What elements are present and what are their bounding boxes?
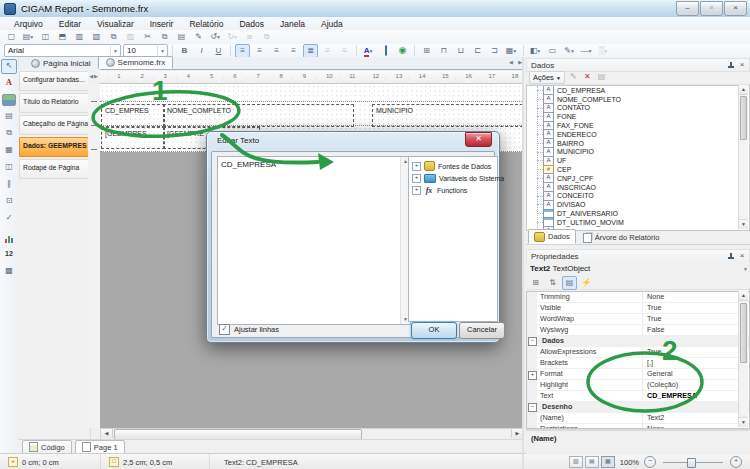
valign-bottom-button[interactable]: ≡ [337, 44, 352, 58]
property-value[interactable]: True [643, 314, 749, 324]
border-bottom-button[interactable]: ⊔ [453, 44, 468, 58]
tab-dados[interactable]: Dados [528, 229, 576, 244]
data-field-municipio[interactable]: AMUNICIPIO [527, 148, 749, 157]
band-dados-geempres[interactable]: Dados: GEEMPRES [19, 137, 89, 157]
zoom-out-button[interactable]: − [644, 456, 656, 468]
delete-field-icon[interactable]: ✕ [582, 72, 593, 83]
frame-button[interactable]: ▭ [545, 44, 560, 58]
edit-field-icon[interactable]: ✎ [568, 72, 579, 83]
data-field-cd-empresa[interactable]: ACD_EMPRESA [527, 86, 749, 95]
property-trimming[interactable]: TrimmingNone [527, 292, 749, 303]
property-value[interactable]: [,] [643, 358, 749, 368]
font-color-button[interactable]: A▼ [361, 44, 376, 58]
menu-inserir[interactable]: Inserir [142, 18, 182, 30]
property-wordwrap[interactable]: WordWrapTrue [527, 314, 749, 325]
copy-page-icon[interactable]: ⧉ [106, 30, 121, 44]
add-page-icon[interactable]: ▧ [89, 30, 104, 44]
field-cd-empres[interactable]: CD_EMPRES [101, 104, 165, 127]
collapse-icon[interactable]: − [528, 403, 537, 412]
view-facing-icon[interactable]: ▦ [601, 456, 615, 468]
property-value[interactable]: CD_EMPRESA [643, 391, 749, 401]
data-field-dt-aniversario[interactable]: DT_ANIVERSARIO [527, 209, 749, 218]
alphabetical-sort-icon[interactable]: ⇅ [545, 276, 560, 290]
tab-page1[interactable]: Page 1 [75, 440, 125, 454]
property-wysiwyg[interactable]: WysiwygFalse [527, 325, 749, 336]
pen-button[interactable]: ✎▼ [562, 44, 577, 58]
property-category-desenho[interactable]: −Desenho [527, 402, 749, 413]
property-value[interactable]: Text2 [643, 413, 749, 423]
acoes-button[interactable]: Ações ▼ [529, 71, 565, 84]
zoom-slider[interactable] [661, 457, 725, 467]
bold-button[interactable]: B [177, 44, 192, 58]
scrollbar-thumb[interactable] [740, 303, 747, 363]
expand-plus-icon[interactable]: + [412, 174, 421, 183]
ok-button[interactable]: OK [411, 322, 457, 339]
group-icon[interactable]: ⧈ [242, 30, 257, 44]
zoom-in-button[interactable]: + [730, 456, 742, 468]
restore-button[interactable]: ▫ [700, 1, 723, 16]
new-report-icon[interactable]: ▢ [4, 30, 19, 44]
align-right-button[interactable]: ≡ [269, 44, 284, 58]
band-cabecalho-de-pagina[interactable]: Cabeçalho de Página [19, 115, 89, 135]
menu-arquivo[interactable]: Arquivo [6, 18, 51, 30]
tree-item-functions[interactable]: +fxFunctions [412, 184, 497, 196]
dialog-close-button[interactable]: ✕ [465, 132, 492, 147]
view-continuous-icon[interactable]: ▤ [585, 456, 599, 468]
property-value[interactable]: (Coleção) [643, 380, 749, 390]
copy-icon[interactable]: ⧉ [157, 30, 172, 44]
scroll-down-icon[interactable]: ▼ [739, 417, 748, 427]
close-panel-icon[interactable]: × [737, 252, 747, 261]
align-left-button[interactable]: ≡ [235, 44, 250, 58]
data-field-cnpj-cpf[interactable]: ACNPJ_CPF [527, 174, 749, 183]
property-value[interactable]: False [643, 325, 749, 335]
property-value[interactable]: True [643, 347, 749, 357]
data-field-inscricao[interactable]: AINSCRICAO [527, 183, 749, 192]
tab-arvore-relatorio[interactable]: Árvore do Relatório [578, 231, 665, 244]
collapse-icon[interactable]: − [528, 337, 537, 346]
band-rodape-de-pagina[interactable]: Rodapé de Página [19, 159, 89, 179]
tree-item-variaveis-do-sistema[interactable]: +Variáveis do Sistema [412, 172, 497, 184]
chart-tool[interactable] [0, 228, 19, 245]
valign-top-button[interactable]: ≡ [320, 44, 335, 58]
page-setup-icon[interactable]: ▥ [72, 30, 87, 44]
scroll-down-icon[interactable]: ▼ [739, 219, 748, 229]
italic-button[interactable]: I [194, 44, 209, 58]
band-configurar-bandas[interactable]: Configurar bandas... [19, 71, 89, 91]
data-field-bairro[interactable]: ABAIRRO [527, 139, 749, 148]
shape-tool[interactable]: ⧉ [1, 126, 17, 141]
align-justify-button[interactable]: ≡ [286, 44, 301, 58]
menu-janela[interactable]: Janela [272, 18, 313, 30]
band-titulo-do-relatorio[interactable]: Título do Relatório [19, 93, 89, 113]
tree-item-fontes-de-dados[interactable]: +Fontes de Dados [412, 160, 497, 172]
menu-visualizar[interactable]: Visualizar [89, 18, 142, 30]
expand-plus-icon[interactable]: + [412, 186, 421, 195]
field-nome-completo[interactable]: NOME_COMPLETO [163, 104, 354, 127]
data-field-contato[interactable]: ACONTATO [527, 104, 749, 113]
line-style-button[interactable]: ―▼ [579, 44, 594, 58]
export-object-tool[interactable]: ⊡ [1, 194, 17, 209]
property-text[interactable]: TextCD_EMPRESA [527, 391, 749, 402]
tab-codigo[interactable]: Código [22, 440, 72, 454]
minimize-button[interactable]: ‒ [676, 1, 699, 16]
menu-editar[interactable]: Editar [51, 18, 89, 30]
data-field-nome-completo[interactable]: ANOME_COMPLETO [527, 95, 749, 104]
delete-page-icon[interactable]: ▨ [123, 30, 138, 44]
property-category-dados[interactable]: −Dados [527, 336, 749, 347]
menu-relatorio[interactable]: Relatório [181, 18, 231, 30]
data-field-endereco[interactable]: AENDERECO [527, 130, 749, 139]
property-highlight[interactable]: Highlight(Coleção) [527, 380, 749, 391]
preview-icon[interactable]: ⬒ [55, 30, 70, 44]
extra-style-button[interactable]: ▒▼ [596, 44, 611, 58]
data-field-fone[interactable]: AFONE [527, 112, 749, 121]
expression-textarea[interactable]: CD_EMPRESA ▲▼ [217, 156, 411, 325]
expand-icon[interactable]: + [528, 371, 537, 380]
property-value[interactable]: None [643, 292, 749, 302]
scroll-up-icon[interactable]: ▲ [739, 291, 748, 301]
select-pointer-tool[interactable]: ↖ [1, 59, 17, 74]
border-all-button[interactable]: ⊞ [419, 44, 434, 58]
property-format[interactable]: +FormatGeneral [527, 369, 749, 380]
cut-icon[interactable]: ✂ [140, 30, 155, 44]
properties-view-icon[interactable]: ▤ [562, 276, 577, 290]
scroll-left-icon[interactable]: ◀ [101, 429, 113, 438]
data-field-conceito[interactable]: ACONCEITO [527, 192, 749, 201]
